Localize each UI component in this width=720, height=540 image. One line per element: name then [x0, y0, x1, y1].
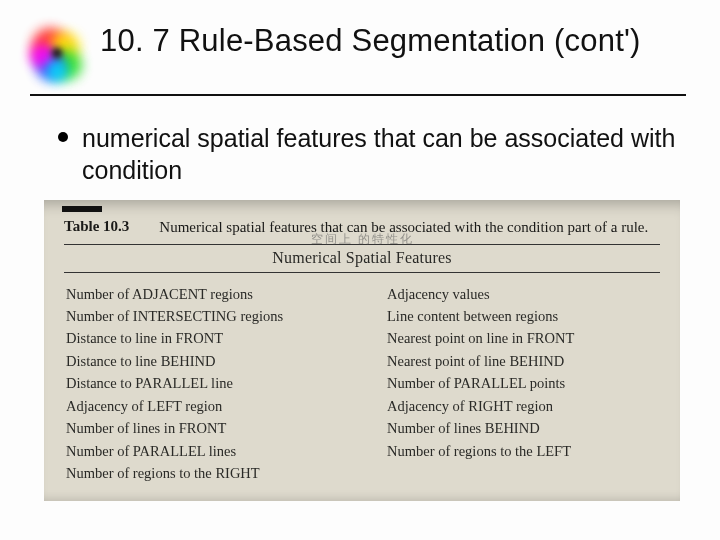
feature-item: Number of PARALLEL lines	[66, 440, 337, 462]
table-caption: Numerical spatial features that can be a…	[159, 218, 648, 238]
table-columns: Number of ADJACENT regions Number of INT…	[64, 281, 660, 485]
scanned-table-figure: Table 10.3 Numerical spatial features th…	[44, 200, 680, 501]
feature-item: Adjacency of RIGHT region	[387, 395, 658, 417]
slide: 10. 7 Rule-Based Segmentation (cont') nu…	[0, 0, 720, 540]
table-number: Table 10.3	[64, 218, 129, 238]
feature-item: Adjacency values	[387, 283, 658, 305]
feature-item: Adjacency of LEFT region	[66, 395, 337, 417]
feature-item: Number of lines in FRONT	[66, 417, 337, 439]
table-section-heading-row: 空间上 的特性化 Numerical Spatial Features	[64, 244, 660, 273]
feature-item: Number of regions to the RIGHT	[66, 462, 337, 484]
table-section-heading: Numerical Spatial Features	[272, 249, 451, 266]
table-right-column: Adjacency values Line content between re…	[387, 283, 658, 485]
feature-item: Number of regions to the LEFT	[387, 440, 658, 462]
feature-item: Number of lines BEHIND	[387, 417, 658, 439]
feature-item: Distance to line BEHIND	[66, 350, 337, 372]
bullet-dot-icon	[58, 132, 68, 142]
scan-artifact-bar	[62, 206, 102, 212]
feature-item: Number of INTERSECTING regions	[66, 305, 337, 327]
table-caption-row: Table 10.3 Numerical spatial features th…	[64, 218, 660, 238]
feature-item: Distance to line in FRONT	[66, 327, 337, 349]
feature-item: Number of ADJACENT regions	[66, 283, 337, 305]
slide-title: 10. 7 Rule-Based Segmentation (cont')	[100, 22, 641, 61]
bullet-text: numerical spatial features that can be a…	[82, 122, 686, 186]
feature-item: Number of PARALLEL points	[387, 372, 658, 394]
feature-item: Nearest point of line BEHIND	[387, 350, 658, 372]
feature-item: Distance to PARALLEL line	[66, 372, 337, 394]
slide-header: 10. 7 Rule-Based Segmentation (cont')	[30, 22, 686, 96]
feature-item: Nearest point on line in FRONT	[387, 327, 658, 349]
color-splash-icon	[30, 26, 88, 84]
bullet-item: numerical spatial features that can be a…	[58, 122, 686, 186]
table-left-column: Number of ADJACENT regions Number of INT…	[66, 283, 337, 485]
feature-item: Line content between regions	[387, 305, 658, 327]
